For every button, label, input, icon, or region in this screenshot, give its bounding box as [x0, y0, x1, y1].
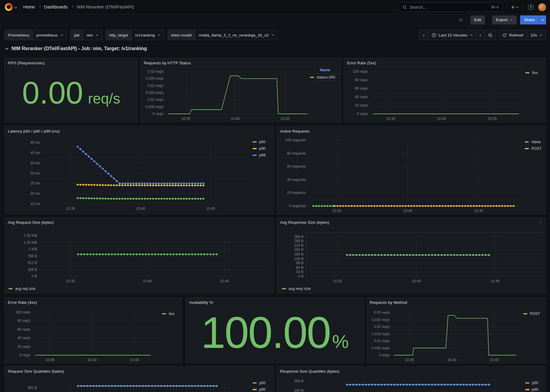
time-controls: ‹ Last 15 minutes › Refresh 10s [419, 30, 546, 40]
legend-item-5xx[interactable]: 5xx [525, 69, 538, 76]
plus-icon: + [511, 4, 515, 10]
variable-value-dropdown[interactable]: nim [83, 30, 102, 40]
legend-series-color [252, 141, 257, 143]
panel-title[interactable]: Request Size Quantiles (bytes) [5, 367, 67, 376]
x-tick-label: 10:45 [214, 279, 235, 283]
legend-item-avg req size[interactable]: avg req size [8, 285, 35, 292]
y-tick-label: 1.25 KiB [5, 240, 37, 245]
help-icon[interactable]: ? [528, 4, 534, 10]
panel-title[interactable]: Avg Request Size (bytes) [5, 218, 57, 227]
x-tick-label: 10:35 [380, 117, 401, 121]
grafana-logo[interactable] [5, 3, 13, 11]
x-tick-label: 10:40 [397, 209, 418, 213]
variable-triton-model: triton modelnvidia_llama_3_2_nv_rerankqa… [168, 30, 278, 40]
chevron-down-icon [516, 6, 519, 8]
panel-title[interactable]: Error Rate (4xx) [5, 298, 40, 307]
legend-item-p50[interactable]: p50 [252, 380, 265, 386]
add-new-button[interactable]: + [511, 4, 519, 10]
legend-series-color [252, 155, 257, 156]
legend-label: p99 [259, 153, 265, 157]
share-menu-chevron[interactable] [539, 15, 546, 24]
chevron-left-icon: ‹ [423, 32, 425, 38]
legend-series-color [252, 382, 257, 384]
legend-item-avg resp size[interactable]: avg resp size [282, 285, 311, 292]
breadcrumb-separator-icon [71, 5, 73, 8]
panel-title[interactable]: Error Rate (5xx) [344, 58, 379, 67]
time-shift-forward-button[interactable]: › [476, 30, 484, 40]
chart-error_5xx [370, 72, 523, 114]
y-tick-label: 512 B [5, 261, 37, 265]
edit-button[interactable]: Edit [470, 15, 485, 24]
favorite-star-icon[interactable]: ☆ [458, 17, 463, 23]
avatar[interactable] [538, 3, 546, 11]
legend-label: POST [531, 146, 542, 151]
legend-item-POST[interactable]: POST [525, 145, 542, 152]
panel-title[interactable]: Requests by HTTP Status [141, 58, 194, 67]
legend-item-Value[interactable]: Value [525, 139, 542, 145]
series-status=200 [168, 76, 308, 114]
legend-label: p50 [532, 381, 538, 385]
export-button[interactable]: Export [492, 15, 517, 24]
share-button[interactable]: Share [520, 15, 539, 24]
y-tick-label: 64 B [271, 265, 304, 270]
divider [467, 17, 467, 23]
refresh-interval-label: 10s [530, 33, 537, 37]
legend-item-p90[interactable]: p90 [252, 145, 265, 152]
chevron-down-icon [272, 34, 274, 36]
x-tick-label: 10:40 [137, 279, 158, 283]
variable-value-dropdown[interactable]: prometheus [33, 30, 66, 40]
legend-series-color [525, 141, 529, 143]
y-tick-label: 25 ms [8, 181, 40, 185]
y-tick-label: 0.01 req/s [131, 98, 164, 102]
breadcrumb-dashboards[interactable]: Dashboards [44, 5, 68, 9]
legend-item-4xx[interactable]: 4xx [162, 310, 174, 317]
time-shift-back-button[interactable]: ‹ [420, 30, 428, 40]
panel-title[interactable]: Response Size Quantiles (bytes) [277, 367, 343, 376]
breadcrumb-home[interactable]: Home [23, 5, 35, 9]
row-title: NIM Reranker (OTel/FastAPI) - Job: nim, … [11, 46, 147, 51]
time-range-picker[interactable]: Last 15 minutes [428, 30, 476, 40]
y-tick-label: 100 req/s [0, 310, 31, 314]
search-input[interactable]: Search... ⌘+k [399, 2, 503, 12]
legend-item-p50[interactable]: p50 [252, 139, 265, 145]
refresh-interval-picker[interactable]: 10s [527, 30, 545, 40]
legend-item-p90[interactable]: p90 [252, 386, 265, 392]
panel-menu-icon[interactable]: ⋮ [538, 219, 543, 225]
legend-item-p50[interactable]: p50 [525, 380, 538, 386]
zoom-out-button[interactable] [484, 30, 496, 40]
panel-title[interactable]: Avg Response Size (bytes) [277, 218, 332, 227]
y-tick-label: 0 req/s [357, 353, 390, 357]
refresh-button[interactable]: Refresh [499, 30, 527, 40]
org-switcher-chevron-icon[interactable] [14, 4, 17, 10]
legend: avg resp size [282, 285, 311, 292]
y-tick-label: 0.03 req/s [357, 310, 390, 315]
dashboard-row-header[interactable]: NIM Reranker (OTel/FastAPI) - Job: nim, … [5, 46, 147, 51]
panel-title[interactable]: Active Requests [277, 127, 313, 136]
x-tick-label: 10:45 [200, 207, 221, 211]
legend-item-POST[interactable]: POST [523, 310, 540, 317]
variable-value-dropdown[interactable]: /v1/ranking [131, 30, 164, 40]
panel-requests-by-http-status: Requests by HTTP Status 0 req/s0.005 req… [140, 58, 341, 122]
legend: POST [523, 310, 540, 317]
variable-value-dropdown[interactable]: nvidia_llama_3_2_nv_rerankqa_1b_v2 [195, 30, 278, 40]
legend-item-p90[interactable]: p90 [525, 386, 538, 392]
y-tick-label: 992 B [5, 386, 37, 390]
panel-title[interactable]: Latency p50 / p90 / p99 (ms) [5, 127, 63, 136]
zoom-out-icon [488, 33, 493, 37]
legend-series-color [252, 148, 257, 149]
legend-series-color [525, 382, 529, 384]
legend-series-color [310, 77, 314, 78]
y-tick-label: 160 B [271, 252, 304, 256]
y-tick-label: 0.025 req/s [131, 76, 164, 81]
chart-requests_by_method [392, 313, 520, 355]
share-split-button: Share [520, 15, 546, 24]
panel-title[interactable]: Requests by Method [367, 298, 410, 307]
x-tick-label: 10:45 [468, 209, 489, 213]
panel-error-rate-4xx: Error Rate (4xx) 0 req/s20 req/s40 req/s… [5, 297, 182, 363]
y-tick-label: 1 KiB [5, 247, 37, 251]
panel-rps: RPS (Requests/sec) 0.00 req/s [5, 58, 138, 122]
search-shortcut: ⌘+k [491, 5, 499, 9]
legend-item-p99[interactable]: p99 [252, 152, 265, 159]
variable-label: job [71, 30, 82, 40]
y-tick-label: 256 B [271, 379, 304, 383]
